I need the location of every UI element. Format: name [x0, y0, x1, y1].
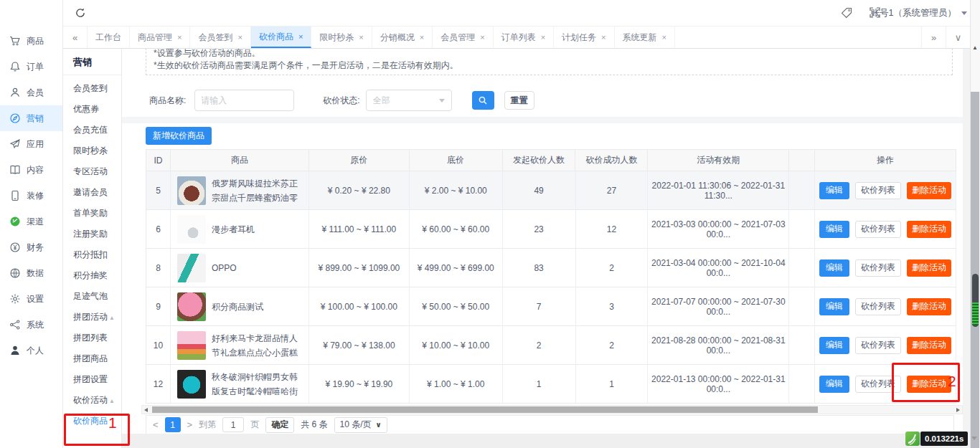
submenu-item-group-goods[interactable]: 拼团商品 [63, 348, 121, 369]
submenu-item-points-deduction[interactable]: 积分抵扣 [63, 244, 121, 265]
vertical-scroll-thumb[interactable] [971, 92, 979, 448]
tab-bargain-goods[interactable]: 砍价商品× [251, 27, 311, 48]
original-price: ¥ 899.00 ~ ¥ 1099.00 [309, 249, 410, 287]
initiated-count: 2 [503, 326, 576, 365]
tab-goods-manage[interactable]: 商品管理× [130, 27, 190, 48]
submenu-item-register-reward[interactable]: 注册奖励 [63, 224, 121, 244]
floor-price: ¥ 50.00 ~ ¥ 50.00 [410, 287, 503, 326]
sidebar-item-orders[interactable]: 订单 [0, 54, 62, 80]
search-button[interactable] [472, 91, 494, 110]
share-nodes-icon [9, 319, 21, 330]
edit-button[interactable]: 编辑 [819, 182, 849, 199]
next-page-icon[interactable]: > [187, 419, 193, 430]
page-number-1[interactable]: 1 [165, 417, 181, 432]
sidebar-item-settings[interactable]: 设置 [0, 286, 62, 312]
sidebar-item-goods[interactable]: 商品 [0, 28, 62, 54]
submenu-item-member-signin[interactable]: 会员签到 [63, 78, 121, 99]
actions-cell: 编辑 砍价列表 删除活动 [815, 249, 956, 287]
bargain-list-button[interactable]: 砍价列表 [855, 298, 901, 315]
submenu-item-zone-activity[interactable]: 专区活动 [63, 161, 121, 182]
delete-activity-button[interactable]: 删除活动 [907, 259, 951, 277]
tag-icon[interactable] [841, 7, 852, 19]
prev-page-icon[interactable]: < [153, 419, 159, 430]
per-page-select[interactable]: 10 条/页 ∨ [334, 417, 387, 433]
initiated-count: 23 [503, 210, 576, 249]
delete-activity-button[interactable]: 删除活动 [907, 298, 951, 315]
product-image [177, 215, 206, 244]
account-menu[interactable]: 账号1（系统管理员） [871, 0, 967, 27]
bargain-list-button[interactable]: 砍价列表 [855, 337, 901, 354]
edit-button[interactable]: 编辑 [819, 259, 849, 277]
sidebar-item-personal[interactable]: 个人 [0, 338, 62, 363]
bargain-list-button[interactable]: 砍价列表 [855, 221, 901, 238]
person-filled-icon [9, 345, 21, 356]
product-image [177, 370, 206, 399]
horizontal-scroll-thumb[interactable] [152, 406, 818, 413]
sidebar-item-system[interactable]: 系统 [0, 312, 62, 338]
tab-plan-task[interactable]: 计划任务× [554, 27, 614, 48]
perf-caret-icon[interactable] [971, 437, 977, 440]
scroll-indicator-thumb[interactable] [972, 274, 979, 327]
submenu-item-group-activity[interactable]: 拼团活动▲ [63, 307, 121, 328]
horizontal-scrollbar[interactable] [141, 405, 963, 414]
submenu-item-member-recharge[interactable]: 会员充值 [63, 120, 121, 140]
sidebar-item-marketing[interactable]: 营销 [0, 105, 62, 131]
tab-flash-sale[interactable]: 限时秒杀× [311, 27, 372, 48]
close-icon[interactable]: × [177, 33, 182, 42]
edit-button[interactable]: 编辑 [819, 376, 849, 393]
tab-member-manage[interactable]: 会员管理× [433, 27, 493, 48]
edit-button[interactable]: 编辑 [819, 337, 849, 354]
close-icon[interactable]: × [298, 32, 303, 41]
tab-workbench[interactable]: 工作台 [88, 27, 130, 48]
bargain-list-button[interactable]: 砍价列表 [855, 182, 901, 199]
bargain-list-button[interactable]: 砍价列表 [855, 259, 901, 277]
tab-order-list[interactable]: 订单列表× [494, 27, 554, 48]
goto-page-input[interactable] [222, 417, 244, 432]
delete-activity-button[interactable]: 删除活动 [907, 337, 951, 354]
sidebar-item-data[interactable]: 数据 [0, 260, 62, 286]
row-id: 10 [146, 326, 171, 365]
sidebar-item-channel[interactable]: 渠道 [0, 209, 62, 234]
submenu-item-group-settings[interactable]: 拼团设置 [63, 369, 121, 390]
sidebar-item-apps[interactable]: 应用 [0, 131, 62, 157]
reset-button[interactable]: 重置 [504, 91, 534, 110]
add-bargain-goods-button[interactable]: 新增砍价商品 [146, 127, 212, 145]
tab-system-update[interactable]: 系统更新× [615, 27, 675, 48]
close-icon[interactable]: × [601, 33, 606, 42]
submenu-item-points-lottery[interactable]: 积分抽奖 [63, 265, 121, 286]
close-icon[interactable]: × [480, 33, 484, 42]
sidebar-item-finance[interactable]: 财务 [0, 234, 62, 260]
submenu-item-footprint-bubble[interactable]: 足迹气泡 [63, 286, 121, 307]
sidebar-item-content[interactable]: 内容 [0, 157, 62, 183]
close-icon[interactable]: × [359, 33, 363, 42]
more-tabs-icon[interactable]: » [921, 27, 946, 48]
scroll-up-icon[interactable]: ▲ [972, 44, 978, 51]
tab-menu-icon[interactable]: ∨ [946, 27, 970, 48]
confirm-page-button[interactable]: 确定 [265, 417, 294, 433]
sidebar-item-decorate[interactable]: 装修 [0, 183, 62, 209]
collapse-sidebar-icon[interactable]: « [63, 27, 88, 48]
submenu-item-first-order-reward[interactable]: 首单奖励 [63, 203, 121, 224]
sidebar-item-members[interactable]: 会员 [0, 80, 62, 105]
product-image [177, 176, 206, 205]
delete-activity-button[interactable]: 删除活动 [907, 182, 951, 199]
submenu-item-coupon[interactable]: 优惠券 [63, 99, 121, 120]
submenu-item-invite-member[interactable]: 邀请会员 [63, 182, 121, 203]
close-icon[interactable]: × [662, 33, 666, 42]
submenu-item-bargain-activity[interactable]: 砍价活动▲ [63, 390, 121, 411]
submenu-item-flash-sale[interactable]: 限时秒杀 [63, 140, 121, 161]
delete-activity-button[interactable]: 删除活动 [907, 221, 951, 238]
goods-name-input[interactable] [194, 90, 294, 111]
scroll-right-icon[interactable] [956, 408, 960, 412]
close-icon[interactable]: × [420, 33, 424, 42]
edit-button[interactable]: 编辑 [819, 221, 849, 238]
edit-button[interactable]: 编辑 [819, 298, 849, 315]
bargain-status-select[interactable]: 全部 [366, 90, 452, 111]
close-icon[interactable]: × [237, 33, 242, 42]
refresh-icon[interactable] [75, 7, 86, 19]
submenu-item-group-list[interactable]: 拼团列表 [63, 328, 121, 348]
close-icon[interactable]: × [541, 33, 545, 42]
tab-member-signin[interactable]: 会员签到× [190, 27, 250, 48]
scroll-left-icon[interactable] [144, 408, 148, 412]
tab-distribution[interactable]: 分销概况× [372, 27, 433, 48]
